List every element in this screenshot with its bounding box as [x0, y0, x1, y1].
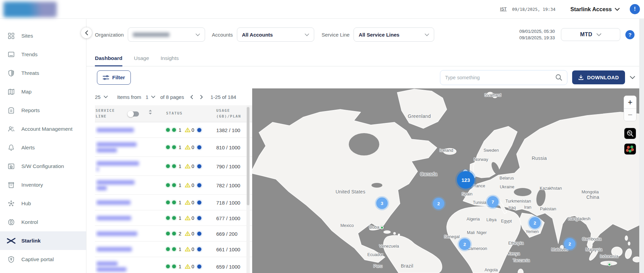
- threats-shield-icon: [7, 69, 16, 77]
- sidebar-item-trends[interactable]: Trends: [0, 45, 86, 64]
- service-line-link-redacted[interactable]: [97, 179, 135, 192]
- site-marker-online[interactable]: [608, 263, 611, 266]
- map-landmass: [252, 88, 639, 273]
- service-line-toggle[interactable]: [128, 111, 139, 117]
- date-preset-select[interactable]: MTD: [561, 28, 620, 41]
- service-line-link-redacted[interactable]: [97, 160, 139, 173]
- account-menu[interactable]: Starlink Access: [570, 6, 620, 13]
- sidebar-item-threats[interactable]: Threats: [0, 64, 86, 82]
- tab-usage[interactable]: Usage: [134, 55, 149, 66]
- page-select[interactable]: [151, 96, 155, 98]
- service-line-link-redacted[interactable]: [97, 199, 130, 206]
- status-cell: 2 0: [166, 231, 201, 236]
- sidebar-item-reports[interactable]: Reports: [0, 101, 86, 120]
- map-cluster[interactable]: 7: [487, 196, 499, 208]
- sidebar-item-hub[interactable]: Hub: [0, 194, 86, 213]
- sidebar-item-map[interactable]: Map: [0, 82, 86, 101]
- prev-page-button[interactable]: [190, 95, 193, 99]
- sidebar-item-sites[interactable]: Sites: [0, 26, 86, 45]
- table-row: 1 0 790 / 1000: [95, 157, 252, 176]
- usage-value: 782 / 1000: [216, 182, 240, 188]
- page-number[interactable]: 1: [146, 94, 148, 100]
- filter-button[interactable]: Filter: [97, 70, 131, 85]
- area-zoom-button[interactable]: [624, 127, 637, 140]
- status-layer-toggle-button[interactable]: [624, 143, 637, 155]
- scrollbar-thumb[interactable]: [247, 107, 249, 205]
- sidebar-item-account-management[interactable]: Account Management: [0, 120, 86, 138]
- top-bar: IST 09/18/2025, 19:34 Starlink Access !: [0, 0, 644, 19]
- map-cluster[interactable]: 2: [459, 238, 470, 250]
- reports-clipboard-icon: [7, 106, 16, 114]
- page-size-select[interactable]: [104, 96, 108, 98]
- bell-icon: [7, 144, 16, 152]
- column-status[interactable]: STATUS: [166, 111, 183, 115]
- info-dot-icon: [197, 201, 201, 205]
- online-dot-icon: [172, 201, 176, 204]
- zoom-in-button[interactable]: +: [624, 96, 636, 108]
- table-row: 1 0 718 / 1000: [95, 195, 252, 210]
- sidebar-collapse-button[interactable]: [81, 27, 92, 38]
- search-input[interactable]: [445, 75, 555, 80]
- service-line-label: Service Line: [322, 32, 350, 38]
- service-line-link-redacted[interactable]: [97, 214, 131, 222]
- account-menu-label: Starlink Access: [570, 6, 612, 13]
- sidebar-item-captive-portal[interactable]: Captive portal: [0, 250, 86, 269]
- service-line-link-redacted[interactable]: [97, 141, 137, 154]
- table-row: 1 0 661 / 1000: [95, 241, 252, 257]
- next-page-button[interactable]: [200, 95, 203, 99]
- warning-triangle-icon: [185, 231, 190, 236]
- warning-triangle-icon: [185, 200, 190, 205]
- online-dot-icon: [166, 247, 170, 251]
- warning-triangle-icon: [185, 127, 190, 132]
- download-button[interactable]: DOWNLOAD: [572, 70, 625, 84]
- sidebar-item-s-w-configuration[interactable]: S/W Configuration: [0, 157, 86, 175]
- sidebar-item-alerts[interactable]: Alerts: [0, 138, 86, 157]
- toolbar: Filter DOWNLOAD: [86, 66, 639, 88]
- chevron-left-icon: [85, 30, 88, 35]
- starlink-x-icon: [7, 237, 16, 245]
- table-scrollbar[interactable]: [246, 105, 250, 273]
- organization-select[interactable]: [128, 27, 205, 42]
- date-range: 09/01/2025, 05:30 09/18/2025, 19:33: [519, 28, 555, 41]
- column-service-line[interactable]: SERVICE LINE: [96, 108, 123, 119]
- table-row: 1 0 1382 / 100: [95, 122, 252, 138]
- service-line-select[interactable]: All Service Lines: [354, 27, 434, 42]
- zoom-out-button[interactable]: −: [624, 108, 636, 121]
- tab-dashboard[interactable]: Dashboard: [95, 55, 122, 66]
- info-dot-icon: [197, 183, 201, 187]
- status-cell: 1 0: [166, 183, 201, 188]
- search-icon[interactable]: [555, 74, 562, 81]
- online-dot-icon: [172, 265, 176, 268]
- service-line-link-redacted[interactable]: [97, 230, 137, 237]
- tab-insights[interactable]: Insights: [161, 55, 179, 66]
- sidebar-item-starlink[interactable]: Starlink: [0, 231, 86, 250]
- online-dot-icon: [172, 145, 176, 149]
- online-dot-icon: [172, 128, 176, 132]
- panel-collapse-chevron[interactable]: [630, 76, 635, 79]
- table-body: 1 0 1382 / 100 1 0 810 / 1000 1 0 790 / …: [95, 122, 252, 273]
- filter-sliders-icon: [103, 75, 109, 80]
- map-cluster[interactable]: 2: [529, 217, 541, 229]
- sort-icon[interactable]: [148, 109, 152, 116]
- notification-badge-icon[interactable]: !: [630, 4, 640, 14]
- map-cluster[interactable]: 3: [376, 197, 388, 209]
- world-map[interactable]: SvalbardGreenlandIcelandNorwaySwedenRuss…: [252, 88, 639, 273]
- help-button[interactable]: ?: [625, 30, 635, 39]
- page-size-value[interactable]: 25: [95, 94, 101, 100]
- site-marker-online[interactable]: [380, 226, 384, 229]
- online-dot-icon: [166, 183, 170, 187]
- map-cluster[interactable]: 123: [457, 171, 475, 189]
- sidebar-item-inventory[interactable]: Inventory: [0, 175, 86, 194]
- usage-value: 661 / 1000: [216, 246, 240, 252]
- usage-value: 1382 / 100: [216, 127, 240, 133]
- sidebar-item-kontrol[interactable]: Kontrol: [0, 213, 86, 231]
- status-cell: 1 0: [166, 247, 201, 252]
- inventory-box-icon: [7, 181, 16, 189]
- accounts-select[interactable]: All Accounts: [237, 27, 314, 42]
- timezone-label[interactable]: IST: [500, 7, 506, 12]
- service-line-link-redacted[interactable]: [97, 246, 132, 253]
- service-line-link-redacted[interactable]: [97, 260, 126, 273]
- service-line-link-redacted[interactable]: [97, 126, 134, 133]
- map-cluster[interactable]: 2: [564, 238, 576, 250]
- map-cluster[interactable]: 2: [433, 198, 444, 209]
